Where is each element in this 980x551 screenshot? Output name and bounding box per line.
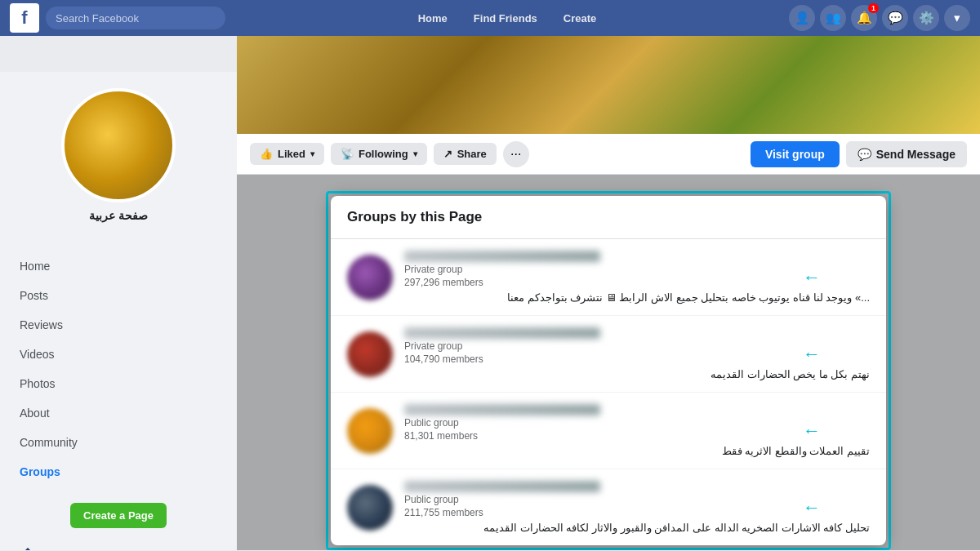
settings-icon-btn[interactable]: ⚙️ [913, 5, 939, 31]
nav-find-friends[interactable]: Find Friends [462, 6, 549, 31]
sidebar-item-home[interactable]: Home [0, 251, 237, 281]
search-input[interactable] [46, 7, 225, 29]
modal-title: Groups by this Page [347, 209, 870, 225]
group-members-1: 297,296 members [404, 277, 870, 288]
group-avatar-1[interactable] [347, 255, 393, 300]
arrow-icon-1: ← [803, 267, 821, 288]
notification-bell[interactable]: 🔔 1 [851, 5, 877, 31]
rss-icon: 📡 [341, 148, 354, 160]
group-members-2: 104,790 members [404, 353, 870, 365]
sidebar-nav: Home Posts Reviews Videos Photos About C… [0, 251, 237, 487]
group-info-2: Private group 104,790 members نهتم بكل م… [404, 327, 870, 380]
group-info-1: Private group 297,296 members ...» ويوجد… [404, 251, 870, 304]
sidebar-item-about[interactable]: About [0, 398, 237, 428]
sidebar-item-community[interactable]: Community [0, 428, 237, 457]
following-dropdown-arrow: ▾ [413, 149, 417, 158]
group-info-3: Public group 81,301 members تقييم العملا… [404, 404, 870, 457]
group-type-1: Private group [404, 264, 870, 275]
send-message-label: Send Message [876, 148, 956, 161]
liked-dropdown-arrow: ▾ [310, 149, 314, 158]
sidebar-item-reviews[interactable]: Reviews [0, 310, 237, 340]
page-wrapper: صفحة عربية Home Posts Reviews Videos Pho… [0, 36, 980, 550]
group-info-4: Public group 211,755 members تحليل كافه … [404, 481, 870, 534]
share-button[interactable]: ↗ Share [434, 143, 497, 165]
group-desc-3: تقييم العملات والقطع الاثريه فقط [404, 445, 870, 457]
share-icon: ↗ [443, 148, 452, 160]
share-label: Share [457, 148, 487, 160]
messenger-send-icon: 💬 [858, 148, 871, 161]
visit-group-button[interactable]: Visit group [751, 141, 840, 167]
main-content: Groups by this Page Private group 297,29… [237, 175, 980, 550]
modal-overlay: Groups by this Page Private group 297,29… [237, 175, 980, 550]
group-type-2: Private group [404, 340, 870, 352]
modal-body: Private group 297,296 members ...» ويوجد… [331, 239, 886, 545]
arrow-icon-2: ← [803, 344, 821, 365]
sidebar-item-groups[interactable]: Groups [0, 457, 237, 487]
profile-icon-btn[interactable]: 👤 [789, 5, 815, 31]
nav-home[interactable]: Home [407, 6, 459, 31]
navbar: f Home Find Friends Create 👤 👥 🔔 1 💬 ⚙️ … [0, 0, 980, 36]
group-item-3: Public group 81,301 members تقييم العملا… [331, 393, 886, 469]
group-name-2[interactable] [404, 327, 600, 339]
sidebar-item-posts[interactable]: Posts [0, 281, 237, 310]
group-avatar-4[interactable] [347, 485, 393, 531]
group-desc-1: ...» ويوجد لنا قناه يوتيوب خاصه بتحليل ج… [404, 291, 870, 304]
group-members-3: 81,301 members [404, 430, 870, 442]
group-avatar-2[interactable] [347, 331, 393, 377]
group-name-1[interactable] [404, 251, 600, 262]
send-message-button[interactable]: 💬 Send Message [846, 141, 967, 167]
modal-header: Groups by this Page [331, 196, 886, 239]
sidebar-item-videos[interactable]: Videos [0, 340, 237, 369]
more-button[interactable]: ··· [503, 141, 529, 167]
sidebar-item-photos[interactable]: Photos [0, 369, 237, 398]
following-label: Following [359, 148, 408, 160]
modal-dialog: Groups by this Page Private group 297,29… [331, 196, 886, 545]
nav-links: Home Find Friends Create [225, 6, 789, 31]
page-avatar [61, 88, 176, 202]
messenger-icon-btn[interactable]: 💬 [882, 5, 908, 31]
group-name-4[interactable] [404, 481, 600, 492]
athar-logo-icon [16, 548, 39, 550]
people-icon-btn[interactable]: 👥 [820, 5, 846, 31]
athar-logo: ATHAR PROJECT [16, 548, 114, 550]
group-type-4: Public group [404, 494, 870, 505]
modal-highlight-box: Groups by this Page Private group 297,29… [326, 191, 891, 550]
arrow-icon-3: ← [803, 420, 821, 442]
arrow-icon-4: ← [803, 497, 821, 518]
facebook-logo[interactable]: f [10, 3, 39, 33]
group-desc-4: تحليل كافه الاشارات الصخريه الداله على ا… [404, 522, 870, 534]
cover-photo [237, 36, 980, 134]
notification-badge: 1 [868, 3, 879, 13]
group-desc-2: نهتم بكل ما يخص الحضارات القديمه [404, 368, 870, 380]
group-item-4: Public group 211,755 members تحليل كافه … [331, 469, 886, 545]
liked-label: Liked [278, 148, 305, 160]
thumbs-up-icon: 👍 [260, 148, 273, 160]
nav-create[interactable]: Create [552, 6, 608, 31]
group-avatar-3[interactable] [347, 408, 393, 454]
group-members-4: 211,755 members [404, 507, 870, 518]
group-type-3: Public group [404, 417, 870, 429]
action-bar: 👍 Liked ▾ 📡 Following ▾ ↗ Share ··· Visi… [237, 134, 980, 175]
page-name: صفحة عربية [73, 209, 164, 222]
create-page-button[interactable]: Create a Page [70, 503, 167, 528]
group-name-3[interactable] [404, 404, 600, 415]
chevron-down-icon[interactable]: ▾ [944, 5, 970, 31]
group-item: Private group 297,296 members ...» ويوجد… [331, 239, 886, 316]
following-button[interactable]: 📡 Following ▾ [331, 143, 427, 165]
left-sidebar: صفحة عربية Home Posts Reviews Videos Pho… [0, 72, 237, 550]
navbar-right: 👤 👥 🔔 1 💬 ⚙️ ▾ [789, 5, 970, 31]
liked-button[interactable]: 👍 Liked ▾ [250, 143, 324, 165]
group-item-2: Private group 104,790 members نهتم بكل م… [331, 316, 886, 393]
